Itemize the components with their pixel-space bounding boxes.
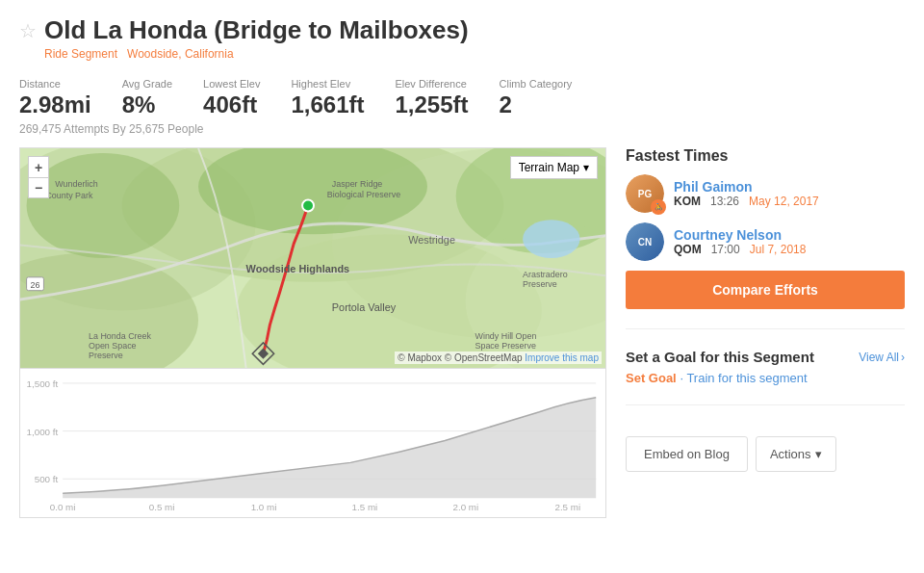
set-goal-link[interactable]: Set Goal: [626, 371, 677, 385]
segment-type: Ride Segment: [44, 47, 117, 61]
main-content: Woodside Highlands Portola Valley Westri…: [19, 147, 905, 558]
qom-info: Courtney Nelson QOM 17:00 Jul 7, 2018: [674, 227, 806, 256]
svg-text:Biological Preserve: Biological Preserve: [327, 190, 400, 199]
stat-distance: Distance 2.98mi: [19, 78, 91, 118]
separator-1: [626, 328, 905, 329]
qom-date: Jul 7, 2018: [750, 243, 807, 256]
svg-text:1,500 ft: 1,500 ft: [27, 378, 59, 389]
view-all-link[interactable]: View All ›: [859, 351, 905, 364]
svg-text:Windy Hill Open: Windy Hill Open: [475, 331, 537, 341]
stat-elev-diff: Elev Difference 1,255ft: [395, 78, 468, 118]
goal-links: Set Goal · Train for this segment: [626, 371, 905, 385]
qom-avatar-image: CN: [626, 222, 664, 261]
svg-text:Open Space: Open Space: [89, 341, 137, 351]
svg-text:Woodside Highlands: Woodside Highlands: [246, 263, 350, 274]
right-panel: Fastest Times PG 🚴 Phil Gaimon KOM: [626, 147, 905, 558]
svg-text:Space Preserve: Space Preserve: [475, 341, 536, 351]
svg-text:Portola Valley: Portola Valley: [332, 301, 397, 313]
map-zoom-controls: + −: [28, 156, 49, 198]
avg-grade-label: Avg Grade: [122, 78, 172, 90]
elevation-chart: 1,500 ft 1,000 ft 500 ft 0.0 mi 0.5 mi 1…: [19, 369, 606, 518]
actions-dropdown-button[interactable]: Actions ▾: [756, 436, 836, 472]
view-all-label: View All: [859, 351, 899, 364]
actions-label: Actions: [770, 447, 811, 461]
map-attribution: © Mapbox © OpenStreetMap Improve this ma…: [395, 352, 602, 364]
stat-avg-grade: Avg Grade 8%: [122, 78, 172, 118]
map-type-button[interactable]: Terrain Map ▾: [510, 156, 598, 179]
climb-cat-label: Climb Category: [500, 78, 573, 90]
map-container: Woodside Highlands Portola Valley Westri…: [19, 147, 606, 369]
stat-climb-cat: Climb Category 2: [500, 78, 573, 118]
svg-text:2.5 mi: 2.5 mi: [554, 502, 580, 512]
kom-info: Phil Gaimon KOM 13:26 May 12, 2017: [674, 179, 819, 208]
elevation-svg: 1,500 ft 1,000 ft 500 ft 0.0 mi 0.5 mi 1…: [20, 369, 605, 517]
segment-location: Woodside, California: [127, 47, 234, 61]
svg-point-10: [523, 221, 579, 259]
svg-text:1.5 mi: 1.5 mi: [352, 502, 378, 512]
stat-highest-elev: Highest Elev 1,661ft: [291, 78, 364, 118]
segment-subtitle: Ride Segment Woodside, California: [44, 47, 469, 61]
favorite-star-icon[interactable]: ☆: [19, 19, 37, 42]
qom-name[interactable]: Courtney Nelson: [674, 227, 806, 243]
svg-text:Arastradero: Arastradero: [523, 270, 568, 279]
kom-badge-label: KOM: [674, 195, 701, 208]
kom-detail: KOM 13:26 May 12, 2017: [674, 195, 819, 208]
qom-avatar: CN: [626, 222, 664, 261]
distance-value: 2.98mi: [19, 91, 91, 118]
fastest-times-title: Fastest Times: [626, 147, 905, 165]
avg-grade-value: 8%: [122, 91, 172, 118]
improve-map-link[interactable]: Improve this map: [525, 352, 599, 363]
train-link[interactable]: Train for this segment: [686, 371, 807, 385]
segment-title: Old La Honda (Bridge to Mailboxes): [44, 15, 469, 45]
kom-time: 13:26: [710, 195, 739, 208]
chevron-down-icon: ▾: [583, 161, 589, 174]
svg-text:Wunderlich: Wunderlich: [55, 179, 97, 189]
qom-detail: QOM 17:00 Jul 7, 2018: [674, 243, 806, 256]
svg-point-7: [27, 153, 180, 258]
svg-text:0.5 mi: 0.5 mi: [149, 502, 175, 512]
left-panel: Woodside Highlands Portola Valley Westri…: [19, 147, 606, 558]
svg-text:Preserve: Preserve: [523, 279, 557, 289]
attempts-text: 269,475 Attempts By 25,675 People: [19, 122, 905, 136]
separator-2: [626, 404, 905, 405]
kom-date: May 12, 2017: [749, 195, 819, 208]
qom-avatar-wrapper: CN: [626, 222, 664, 261]
zoom-out-button[interactable]: −: [28, 177, 49, 198]
svg-text:26: 26: [31, 280, 40, 290]
stat-lowest-elev: Lowest Elev 406ft: [203, 78, 260, 118]
kom-badge: 🚴: [651, 199, 666, 215]
zoom-in-button[interactable]: +: [28, 156, 49, 177]
svg-text:Jasper Ridge: Jasper Ridge: [332, 179, 383, 189]
lowest-elev-label: Lowest Elev: [203, 78, 260, 90]
highest-elev-label: Highest Elev: [291, 78, 364, 90]
kom-name[interactable]: Phil Gaimon: [674, 179, 819, 195]
goal-section: Set a Goal for this Segment View All › S…: [626, 349, 905, 385]
elev-diff-value: 1,255ft: [395, 91, 468, 118]
stats-row: Distance 2.98mi Avg Grade 8% Lowest Elev…: [19, 78, 905, 118]
embed-on-blog-button[interactable]: Embed on Blog: [626, 436, 748, 472]
qom-entry: CN Courtney Nelson QOM 17:00 Jul 7, 2018: [626, 222, 905, 261]
goal-header: Set a Goal for this Segment View All ›: [626, 349, 905, 365]
fastest-times-section: Fastest Times PG 🚴 Phil Gaimon KOM: [626, 147, 905, 309]
svg-text:1.0 mi: 1.0 mi: [251, 502, 277, 512]
lowest-elev-value: 406ft: [203, 91, 260, 118]
svg-text:2.0 mi: 2.0 mi: [453, 502, 479, 512]
svg-text:1,000 ft: 1,000 ft: [27, 427, 59, 437]
highest-elev-value: 1,661ft: [291, 91, 364, 118]
climb-cat-value: 2: [500, 91, 573, 118]
svg-text:County Park: County Park: [45, 191, 93, 200]
svg-text:La Honda Creek: La Honda Creek: [89, 331, 151, 341]
distance-label: Distance: [19, 78, 91, 90]
svg-text:500 ft: 500 ft: [35, 474, 59, 484]
map-type-label: Terrain Map: [519, 161, 579, 174]
map-svg: Woodside Highlands Portola Valley Westri…: [20, 148, 605, 368]
qom-time: 17:00: [711, 243, 740, 256]
qom-badge-label: QOM: [674, 243, 702, 256]
chevron-right-icon: ›: [901, 351, 905, 364]
goal-title: Set a Goal for this Segment: [626, 349, 814, 365]
svg-text:Westridge: Westridge: [408, 234, 455, 246]
compare-efforts-button[interactable]: Compare Efforts: [626, 271, 905, 309]
chevron-down-icon: ▾: [815, 447, 822, 461]
action-buttons: Embed on Blog Actions ▾: [626, 436, 905, 472]
svg-text:Preserve: Preserve: [89, 351, 123, 360]
